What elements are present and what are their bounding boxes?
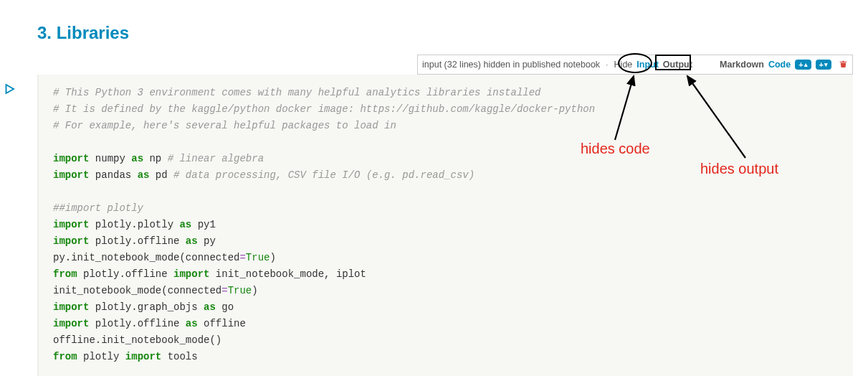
- code-token: import: [53, 153, 89, 164]
- code-token: plotly.offline: [89, 318, 185, 329]
- code-token: # linear algebra: [168, 153, 264, 164]
- code-token: import: [173, 268, 209, 280]
- code-token: py1: [191, 219, 216, 230]
- code-token: py.init_notebook_mode(connected: [53, 252, 239, 263]
- hide-label: Hide: [614, 60, 633, 70]
- code-token: # data processing, CSV file I/O (e.g. pd…: [173, 169, 474, 181]
- code-token: as: [131, 153, 143, 164]
- code-token: import: [53, 169, 89, 181]
- code-token: import: [125, 351, 161, 362]
- code-token: as: [186, 235, 198, 247]
- code-token: True: [246, 252, 270, 263]
- code-line: # For example, here's several helpful pa…: [53, 120, 396, 131]
- hide-output-button[interactable]: Output: [663, 60, 692, 70]
- plus-icon: +: [819, 60, 824, 69]
- code-mode-button[interactable]: Code: [768, 60, 791, 70]
- code-token: as: [138, 169, 150, 181]
- trash-icon: [839, 59, 848, 69]
- svg-marker-0: [6, 85, 14, 93]
- code-line: # It is defined by the kaggle/python doc…: [53, 103, 595, 115]
- code-token: from: [53, 268, 77, 280]
- code-token: import: [53, 219, 89, 230]
- code-token: from: [53, 351, 77, 362]
- code-token: as: [179, 219, 191, 230]
- code-line: offline.init_notebook_mode(): [53, 334, 221, 346]
- add-cell-above-button[interactable]: +▴: [795, 60, 811, 70]
- code-token: init_notebook_mode, iplot: [209, 268, 366, 280]
- code-token: plotly: [77, 351, 125, 362]
- code-token: pandas: [89, 169, 137, 181]
- code-token: init_notebook_mode(connected: [53, 285, 221, 296]
- code-token: py: [198, 235, 216, 247]
- run-cell-button[interactable]: [3, 83, 16, 98]
- markdown-mode-button[interactable]: Markdown: [720, 60, 764, 70]
- code-token: import: [53, 235, 89, 247]
- caret-down-icon: ▾: [824, 62, 828, 68]
- hide-input-button[interactable]: Input: [636, 60, 659, 70]
- code-token: =: [239, 252, 245, 263]
- code-token: offline: [198, 318, 246, 329]
- code-token: =: [221, 285, 227, 296]
- code-token: as: [186, 318, 198, 329]
- code-token: plotly.offline: [89, 235, 185, 247]
- play-icon: [3, 83, 16, 95]
- code-line: # This Python 3 environment comes with m…: [53, 87, 541, 98]
- caret-up-icon: ▴: [804, 62, 808, 68]
- code-token: plotly.offline: [77, 268, 173, 280]
- section-heading: 3. Libraries: [37, 23, 129, 43]
- add-cell-below-button[interactable]: +▾: [816, 60, 831, 70]
- cell-status-text: input (32 lines) hidden in published not…: [422, 60, 600, 70]
- code-token: pd: [149, 169, 173, 181]
- delete-cell-button[interactable]: [839, 59, 848, 71]
- code-token: import: [53, 301, 89, 313]
- cell-toolbar: input (32 lines) hidden in published not…: [417, 55, 853, 75]
- code-token: as: [204, 301, 216, 313]
- code-token: plotly.graph_objs: [89, 301, 204, 313]
- code-token: np: [143, 153, 168, 164]
- code-token: plotly.plotly: [89, 219, 179, 230]
- code-line: ##import plotly: [53, 202, 143, 214]
- code-token: numpy: [89, 153, 131, 164]
- separator-dot: ·: [606, 60, 608, 70]
- code-token: go: [216, 301, 234, 313]
- code-token: ): [270, 252, 275, 263]
- code-token: True: [228, 285, 252, 296]
- code-cell[interactable]: # This Python 3 environment comes with m…: [37, 75, 853, 376]
- code-token: import: [53, 318, 89, 329]
- code-token: tools: [161, 351, 197, 362]
- plus-icon: +: [798, 60, 803, 69]
- code-token: ): [252, 285, 257, 296]
